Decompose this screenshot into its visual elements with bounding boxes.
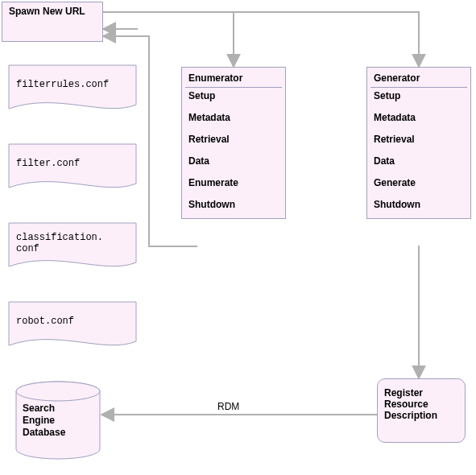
- generator-item: Shutdown: [367, 196, 470, 218]
- register-line: Resource: [378, 399, 465, 410]
- doc-label: robot.conf: [16, 316, 129, 327]
- register-line: Description: [378, 410, 465, 424]
- enumerator-item: Retrieval: [182, 131, 285, 153]
- register-line: Register: [378, 379, 465, 399]
- doc-filter: filter.conf: [8, 143, 137, 196]
- database-cylinder: Search Engine Database: [14, 380, 101, 461]
- enumerator-item: Metadata: [182, 109, 285, 131]
- db-line: Database: [23, 427, 65, 438]
- spawn-new-url-box: Spawn New URL: [2, 2, 103, 42]
- generator-item: Data: [367, 153, 470, 175]
- db-label: Search Engine Database: [23, 403, 93, 439]
- enumerator-title: Enumerator: [182, 68, 285, 87]
- db-line: Engine: [23, 415, 55, 426]
- enumerator-item: Shutdown: [182, 196, 285, 218]
- enumerator-item: Setup: [182, 88, 285, 109]
- generator-title: Generator: [367, 68, 470, 87]
- generator-item: Setup: [367, 88, 470, 109]
- doc-label: filter.conf: [16, 158, 129, 169]
- doc-classification: classification. conf: [8, 222, 137, 275]
- svg-point-1: [16, 382, 100, 401]
- doc-label: classification. conf: [16, 232, 129, 254]
- generator-box: Generator Setup Metadata Retrieval Data …: [366, 67, 471, 219]
- enumerator-item: Enumerate: [182, 175, 285, 196]
- register-box: Register Resource Description: [377, 378, 466, 443]
- spawn-title: Spawn New URL: [2, 2, 102, 20]
- generator-item: Metadata: [367, 109, 470, 131]
- doc-filterrules: filterrules.conf: [8, 64, 137, 117]
- enumerator-item: Data: [182, 153, 285, 175]
- enumerator-box: Enumerator Setup Metadata Retrieval Data…: [181, 67, 286, 219]
- generator-item: Retrieval: [367, 131, 470, 153]
- diagram-canvas: Spawn New URL Enumerator Setup Metadata …: [0, 0, 476, 475]
- doc-robot: robot.conf: [8, 301, 137, 353]
- doc-label: filterrules.conf: [16, 79, 129, 90]
- edge-label-rdm: RDM: [217, 401, 239, 412]
- db-line: Search: [23, 403, 55, 414]
- generator-item: Generate: [367, 175, 470, 196]
